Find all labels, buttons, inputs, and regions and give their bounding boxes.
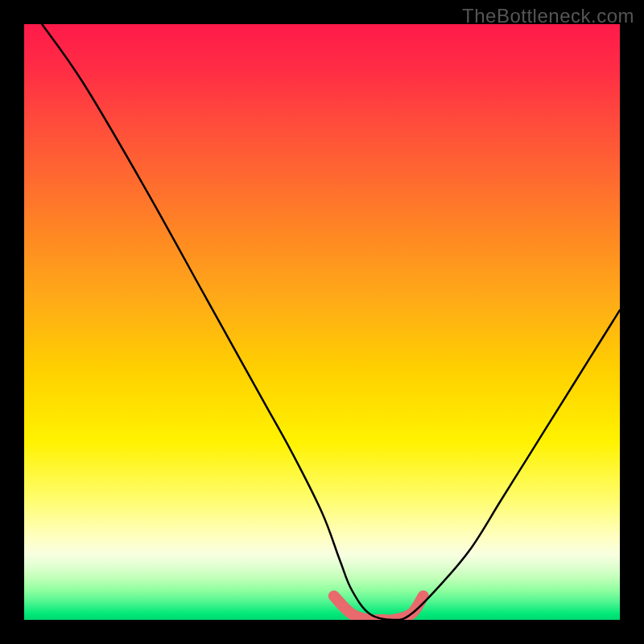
chart-frame: TheBottleneck.com: [0, 0, 644, 644]
optimal-zone-highlight: [334, 596, 423, 620]
plot-area: [24, 24, 620, 620]
bottleneck-curve: [42, 24, 620, 620]
watermark-text: TheBottleneck.com: [462, 5, 634, 27]
chart-svg: [24, 24, 620, 620]
